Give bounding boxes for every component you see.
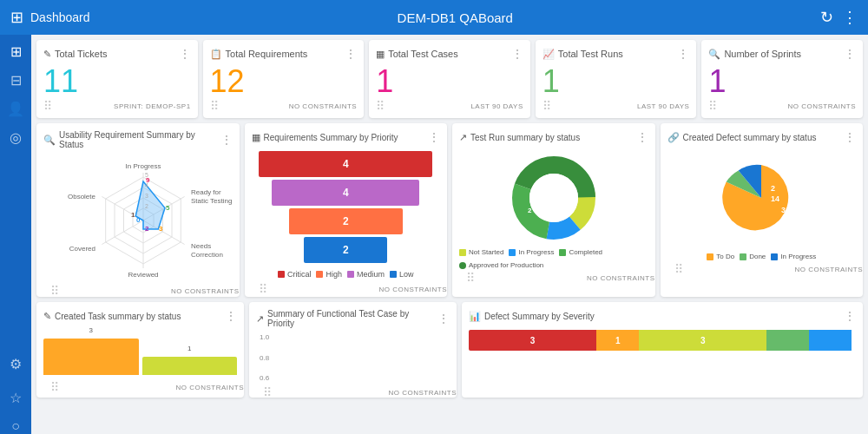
sidebar-profile-icon[interactable]: ○ (11, 418, 20, 434)
req-priority-legend: Critical High Medium Low (252, 270, 441, 279)
svg-point-33 (529, 174, 578, 222)
test-run-status-card: ↗ Test Run summary by status ⋮ 1 1 (452, 123, 655, 297)
sidebar-circle-icon[interactable]: ◎ (10, 129, 22, 146)
task-status-card: ✎ Created Task summary by status ⋮ 3 1 ⠿… (36, 302, 244, 398)
task-status-menu[interactable]: ⋮ (225, 309, 237, 323)
test-run-legend: Not Started In Progress Completed Approv… (459, 248, 648, 269)
total-req-menu[interactable]: ⋮ (345, 47, 357, 61)
sprints-menu[interactable]: ⋮ (844, 47, 856, 61)
total-tc-title: ▦ Total Test Cases (376, 49, 458, 60)
funnel-bar-critical: 4 (259, 151, 432, 177)
task-status-title: ✎ Created Task summary by status (43, 311, 181, 322)
svg-text:3: 3 (781, 206, 786, 214)
defect-status-label: NO CONSTRAINTS (794, 266, 863, 273)
grid-icon[interactable]: ⊞ (10, 8, 23, 27)
svg-line-8 (102, 220, 143, 245)
usability-title: 🔍 Usability Requirement Summary by Statu… (43, 130, 220, 149)
total-test-cases-card: ▦ Total Test Cases ⋮ 1 ⠿ LAST 90 DAYS (369, 40, 530, 118)
svg-text:1: 1 (568, 183, 572, 191)
svg-text:0: 0 (136, 216, 141, 224)
drag-icon-7: ⠿ (259, 282, 267, 296)
drag-icon-6: ⠿ (50, 284, 59, 298)
radar-chart: In Progress Ready for Static Testing Nee… (43, 153, 243, 279)
drag-icon-10: ⠿ (50, 380, 59, 394)
total-tr-title: 📈 Total Test Runs (542, 49, 623, 60)
ticket-icon: ✎ (43, 49, 51, 60)
total-req-label: NO CONSTRAINTS (289, 102, 358, 110)
sidebar-user-icon[interactable]: 👤 (7, 101, 24, 117)
svg-text:Reviewed: Reviewed (128, 271, 158, 279)
func-test-chart: 1.00.80.6 (256, 332, 450, 384)
svg-text:2: 2 (528, 207, 532, 214)
req-priority-label: NO CONSTRAINTS (378, 286, 447, 293)
severity-seg-2: 1 (596, 330, 639, 351)
defect-status-card: 🔗 Created Defect summary by status ⋮ 14 … (661, 123, 864, 297)
severity-seg-5 (809, 330, 852, 351)
sidebar-grid-icon[interactable]: ⊞ (10, 43, 22, 60)
funnel-bar-low: 2 (304, 237, 387, 263)
defect-status-menu[interactable]: ⋮ (844, 130, 856, 144)
total-requirements-card: 📋 Total Requirements ⋮ 12 ⠿ NO CONSTRAIN… (203, 40, 365, 118)
defect-status-title: 🔗 Created Defect summary by status (667, 132, 817, 143)
more-icon[interactable]: ⋮ (842, 8, 858, 27)
refresh-icon[interactable]: ↻ (820, 8, 833, 27)
total-req-value: 12 (210, 66, 358, 97)
test-run-label: NO CONSTRAINTS (587, 274, 655, 282)
test-run-title: ↗ Test Run summary by status (459, 132, 580, 143)
task-icon: ✎ (43, 311, 51, 322)
usability-menu[interactable]: ⋮ (220, 133, 233, 147)
drag-icon-8: ⠿ (466, 271, 475, 285)
funnel-bar-high: 4 (272, 180, 419, 206)
sidebar-apps-icon[interactable]: ⊟ (10, 72, 22, 89)
legend-medium: Medium (347, 270, 385, 279)
bottom-row: ✎ Created Task summary by status ⋮ 3 1 ⠿… (36, 302, 863, 398)
total-tickets-value: 11 (43, 66, 191, 97)
total-tr-label: LAST 90 DAYS (637, 102, 689, 110)
svg-text:Static Testing: Static Testing (191, 197, 232, 205)
req-priority-card: ▦ Requirements Summary by Priority ⋮ 4 4… (245, 123, 448, 297)
legend-todo: To Do (707, 253, 734, 260)
total-tc-menu[interactable]: ⋮ (511, 47, 523, 61)
total-tc-value: 1 (376, 66, 523, 97)
metrics-row: ✎ Total Tickets ⋮ 11 ⠿ SPRINT: DEMOP-SP1… (36, 40, 863, 118)
sprints-value: 1 (708, 66, 856, 97)
sidebar-star-icon[interactable]: ☆ (10, 390, 22, 406)
total-tickets-card: ✎ Total Tickets ⋮ 11 ⠿ SPRINT: DEMOP-SP1 (36, 40, 198, 118)
nav-left: ⊞ Dashboard (10, 8, 90, 27)
svg-text:1: 1 (540, 176, 544, 184)
req-priority-title: ▦ Requirements Summary by Priority (252, 132, 398, 143)
svg-text:Ready for: Ready for (191, 188, 221, 196)
usability-label: NO CONSTRAINTS (171, 287, 240, 295)
test-run-icon: ↗ (459, 132, 467, 143)
task-status-label: NO CONSTRAINTS (175, 384, 244, 391)
legend-approved: Approved for Production (459, 261, 543, 269)
legend-done: Done (740, 253, 766, 260)
functional-test-menu[interactable]: ⋮ (437, 312, 450, 326)
legend-in-progress: In Progress (509, 248, 554, 256)
search-icon: 🔍 (43, 135, 56, 146)
sidebar-settings-icon[interactable]: ⚙ (10, 356, 22, 372)
drag-icon-11: ⠿ (263, 385, 272, 399)
legend-critical: Critical (278, 270, 312, 279)
app-title: DEM-DB1 QABoard (398, 10, 513, 25)
defect-severity-menu[interactable]: ⋮ (844, 309, 856, 323)
usability-req-card: 🔍 Usability Requirement Summary by Statu… (36, 123, 240, 297)
sprints-label: NO CONSTRAINTS (787, 102, 856, 110)
defect-icon: 🔗 (667, 132, 680, 143)
svg-text:2: 2 (145, 203, 148, 209)
total-tr-menu[interactable]: ⋮ (677, 47, 689, 61)
tc-icon: ▦ (376, 49, 385, 60)
req-priority-menu[interactable]: ⋮ (428, 130, 440, 144)
total-tickets-menu[interactable]: ⋮ (179, 47, 191, 61)
legend-completed: Completed (559, 248, 602, 256)
test-run-menu[interactable]: ⋮ (636, 130, 648, 144)
svg-text:5: 5 (145, 172, 148, 178)
svg-text:4: 4 (145, 182, 148, 188)
number-sprints-card: 🔍 Number of Sprints ⋮ 1 ⠿ NO CONSTRAINTS (701, 40, 863, 118)
total-req-title: 📋 Total Requirements (210, 49, 308, 60)
defect-pie: 14 3 2 (667, 148, 857, 247)
svg-text:Correction: Correction (191, 251, 223, 259)
drag-icon-2: ⠿ (210, 99, 219, 113)
test-run-donut: 1 1 1 2 (459, 148, 648, 243)
functional-test-title: ↗ Summary of Functional Test Case by Pri… (256, 309, 437, 328)
